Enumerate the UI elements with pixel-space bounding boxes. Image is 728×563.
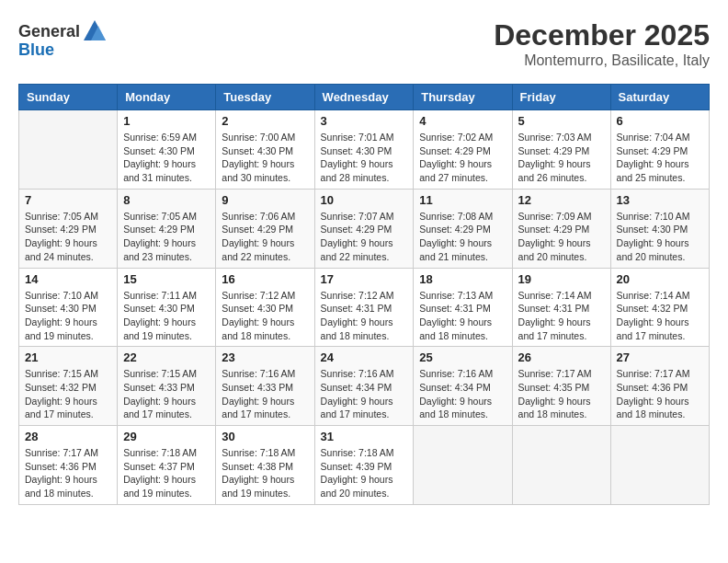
- day-info: Sunrise: 7:03 AMSunset: 4:29 PMDaylight:…: [518, 131, 605, 185]
- day-info: Sunrise: 7:15 AMSunset: 4:33 PMDaylight:…: [123, 367, 210, 421]
- day-number: 11: [419, 193, 506, 207]
- day-number: 4: [419, 114, 506, 128]
- calendar-cell: 16Sunrise: 7:12 AMSunset: 4:30 PMDayligh…: [216, 268, 314, 347]
- day-number: 10: [321, 193, 408, 207]
- calendar-cell: [414, 426, 512, 505]
- day-number: 28: [25, 430, 111, 443]
- day-info: Sunrise: 7:10 AMSunset: 4:30 PMDaylight:…: [617, 210, 703, 264]
- day-info: Sunrise: 7:05 AMSunset: 4:29 PMDaylight:…: [123, 210, 210, 264]
- day-number: 17: [321, 272, 408, 286]
- day-number: 7: [25, 193, 111, 207]
- calendar-cell: 3Sunrise: 7:01 AMSunset: 4:30 PMDaylight…: [314, 110, 414, 190]
- day-number: 9: [222, 193, 308, 207]
- calendar-cell: 6Sunrise: 7:04 AMSunset: 4:29 PMDaylight…: [610, 110, 709, 190]
- calendar-cell: 30Sunrise: 7:18 AMSunset: 4:38 PMDayligh…: [216, 426, 314, 505]
- day-info: Sunrise: 7:07 AMSunset: 4:29 PMDaylight:…: [321, 210, 408, 264]
- day-number: 23: [222, 350, 308, 364]
- day-number: 8: [123, 193, 210, 207]
- day-info: Sunrise: 7:01 AMSunset: 4:30 PMDaylight:…: [321, 131, 408, 185]
- day-number: 25: [419, 350, 506, 364]
- day-number: 29: [123, 430, 210, 443]
- calendar-cell: 14Sunrise: 7:10 AMSunset: 4:30 PMDayligh…: [19, 268, 118, 347]
- weekday-header: Wednesday: [314, 85, 414, 110]
- logo: General Blue: [18, 18, 108, 60]
- day-info: Sunrise: 7:16 AMSunset: 4:33 PMDaylight:…: [222, 367, 308, 421]
- day-number: 13: [617, 193, 703, 207]
- calendar-cell: 27Sunrise: 7:17 AMSunset: 4:36 PMDayligh…: [610, 347, 709, 426]
- day-info: Sunrise: 7:11 AMSunset: 4:30 PMDaylight:…: [123, 289, 210, 343]
- day-info: Sunrise: 7:12 AMSunset: 4:30 PMDaylight:…: [222, 289, 308, 343]
- day-info: Sunrise: 7:16 AMSunset: 4:34 PMDaylight:…: [321, 367, 408, 421]
- day-number: 12: [518, 193, 605, 207]
- calendar-cell: 10Sunrise: 7:07 AMSunset: 4:29 PMDayligh…: [314, 189, 414, 268]
- calendar-header-row: SundayMondayTuesdayWednesdayThursdayFrid…: [19, 85, 710, 110]
- weekday-header: Monday: [118, 85, 216, 110]
- day-number: 5: [518, 114, 605, 128]
- logo-icon: [82, 18, 108, 44]
- day-info: Sunrise: 7:13 AMSunset: 4:31 PMDaylight:…: [419, 289, 506, 343]
- day-number: 24: [321, 350, 408, 364]
- calendar-cell: 25Sunrise: 7:16 AMSunset: 4:34 PMDayligh…: [414, 347, 512, 426]
- weekday-header: Saturday: [610, 85, 709, 110]
- calendar-body: 1Sunrise: 6:59 AMSunset: 4:30 PMDaylight…: [19, 110, 710, 505]
- weekday-header: Thursday: [414, 85, 512, 110]
- calendar-cell: 19Sunrise: 7:14 AMSunset: 4:31 PMDayligh…: [512, 268, 610, 347]
- day-info: Sunrise: 6:59 AMSunset: 4:30 PMDaylight:…: [123, 131, 210, 185]
- day-number: 20: [617, 272, 703, 286]
- day-info: Sunrise: 7:18 AMSunset: 4:38 PMDaylight:…: [222, 446, 308, 500]
- page-header: General Blue December 2025 Montemurro, B…: [18, 18, 710, 69]
- calendar-table: SundayMondayTuesdayWednesdayThursdayFrid…: [18, 84, 710, 505]
- calendar-cell: [512, 426, 610, 505]
- day-number: 14: [25, 272, 111, 286]
- day-info: Sunrise: 7:10 AMSunset: 4:30 PMDaylight:…: [25, 289, 111, 343]
- day-info: Sunrise: 7:18 AMSunset: 4:37 PMDaylight:…: [123, 446, 210, 500]
- day-info: Sunrise: 7:17 AMSunset: 4:36 PMDaylight:…: [617, 367, 703, 421]
- calendar-cell: 1Sunrise: 6:59 AMSunset: 4:30 PMDaylight…: [118, 110, 216, 190]
- day-info: Sunrise: 7:14 AMSunset: 4:31 PMDaylight:…: [518, 289, 605, 343]
- calendar-cell: [610, 426, 709, 505]
- location-title: Montemurro, Basilicate, Italy: [494, 52, 710, 69]
- day-number: 2: [222, 114, 308, 128]
- day-number: 27: [617, 350, 703, 364]
- calendar-cell: 9Sunrise: 7:06 AMSunset: 4:29 PMDaylight…: [216, 189, 314, 268]
- day-number: 26: [518, 350, 605, 364]
- weekday-header: Friday: [512, 85, 610, 110]
- calendar-cell: 26Sunrise: 7:17 AMSunset: 4:35 PMDayligh…: [512, 347, 610, 426]
- day-number: 21: [25, 350, 111, 364]
- day-number: 3: [321, 114, 408, 128]
- month-title: December 2025: [494, 18, 710, 52]
- calendar-cell: 24Sunrise: 7:16 AMSunset: 4:34 PMDayligh…: [314, 347, 414, 426]
- logo-general: General: [18, 22, 80, 41]
- calendar-week-row: 14Sunrise: 7:10 AMSunset: 4:30 PMDayligh…: [19, 268, 710, 347]
- calendar-week-row: 7Sunrise: 7:05 AMSunset: 4:29 PMDaylight…: [19, 189, 710, 268]
- day-info: Sunrise: 7:08 AMSunset: 4:29 PMDaylight:…: [419, 210, 506, 264]
- day-info: Sunrise: 7:02 AMSunset: 4:29 PMDaylight:…: [419, 131, 506, 185]
- calendar-cell: 2Sunrise: 7:00 AMSunset: 4:30 PMDaylight…: [216, 110, 314, 190]
- day-info: Sunrise: 7:09 AMSunset: 4:29 PMDaylight:…: [518, 210, 605, 264]
- calendar-cell: 21Sunrise: 7:15 AMSunset: 4:32 PMDayligh…: [19, 347, 118, 426]
- calendar-cell: 12Sunrise: 7:09 AMSunset: 4:29 PMDayligh…: [512, 189, 610, 268]
- day-info: Sunrise: 7:17 AMSunset: 4:36 PMDaylight:…: [25, 446, 111, 500]
- day-info: Sunrise: 7:14 AMSunset: 4:32 PMDaylight:…: [617, 289, 703, 343]
- day-info: Sunrise: 7:00 AMSunset: 4:30 PMDaylight:…: [222, 131, 308, 185]
- day-info: Sunrise: 7:05 AMSunset: 4:29 PMDaylight:…: [25, 210, 111, 264]
- day-number: 1: [123, 114, 210, 128]
- day-info: Sunrise: 7:17 AMSunset: 4:35 PMDaylight:…: [518, 367, 605, 421]
- day-number: 31: [321, 430, 408, 443]
- day-number: 30: [222, 430, 308, 443]
- calendar-week-row: 21Sunrise: 7:15 AMSunset: 4:32 PMDayligh…: [19, 347, 710, 426]
- calendar-cell: 29Sunrise: 7:18 AMSunset: 4:37 PMDayligh…: [118, 426, 216, 505]
- calendar-cell: 23Sunrise: 7:16 AMSunset: 4:33 PMDayligh…: [216, 347, 314, 426]
- day-info: Sunrise: 7:15 AMSunset: 4:32 PMDaylight:…: [25, 367, 111, 421]
- day-number: 18: [419, 272, 506, 286]
- day-number: 16: [222, 272, 308, 286]
- calendar-cell: 31Sunrise: 7:18 AMSunset: 4:39 PMDayligh…: [314, 426, 414, 505]
- day-number: 22: [123, 350, 210, 364]
- calendar-cell: 11Sunrise: 7:08 AMSunset: 4:29 PMDayligh…: [414, 189, 512, 268]
- calendar-cell: 5Sunrise: 7:03 AMSunset: 4:29 PMDaylight…: [512, 110, 610, 190]
- day-number: 15: [123, 272, 210, 286]
- calendar-cell: 18Sunrise: 7:13 AMSunset: 4:31 PMDayligh…: [414, 268, 512, 347]
- day-number: 6: [617, 114, 703, 128]
- calendar-cell: [19, 110, 118, 190]
- title-block: December 2025 Montemurro, Basilicate, It…: [494, 18, 710, 69]
